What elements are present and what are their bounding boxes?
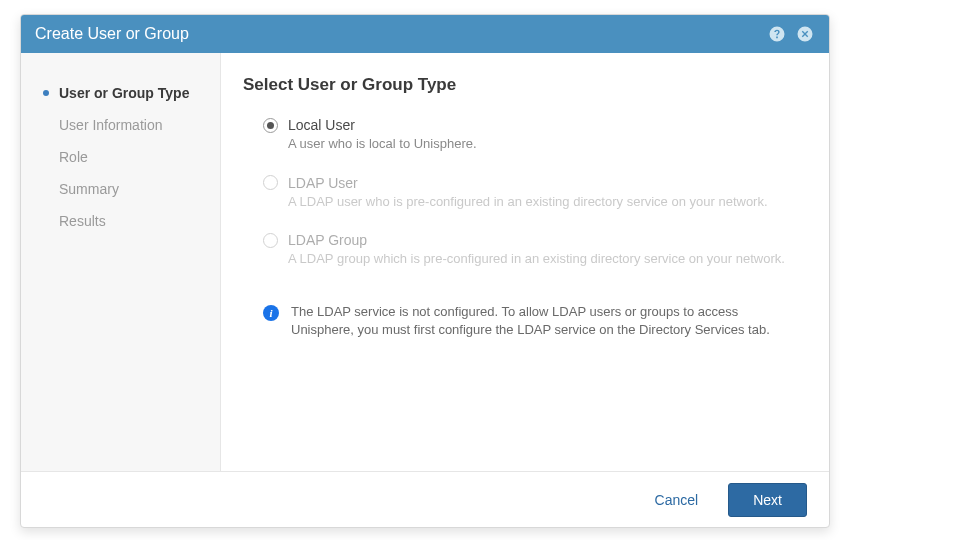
step-label: User or Group Type	[59, 85, 189, 101]
step-dot-icon	[43, 154, 49, 160]
step-dot-icon	[43, 186, 49, 192]
ldap-info-message: i The LDAP service is not configured. To…	[263, 303, 801, 339]
step-dot-icon	[43, 90, 49, 96]
option-label: LDAP Group	[288, 232, 367, 248]
radio-icon	[263, 233, 278, 248]
option-description: A LDAP user who is pre-configured in an …	[288, 193, 788, 211]
step-dot-icon	[43, 122, 49, 128]
create-user-dialog: Create User or Group User or Group Type …	[20, 14, 830, 528]
step-dot-icon	[43, 218, 49, 224]
option-label: LDAP User	[288, 175, 358, 191]
option-local-user[interactable]: Local User A user who is local to Unisph…	[263, 117, 801, 153]
info-icon: i	[263, 305, 279, 321]
dialog-header: Create User or Group	[21, 15, 829, 53]
step-role[interactable]: Role	[21, 141, 220, 173]
step-label: Results	[59, 213, 106, 229]
help-icon[interactable]	[767, 24, 787, 44]
step-user-information[interactable]: User Information	[21, 109, 220, 141]
step-summary[interactable]: Summary	[21, 173, 220, 205]
wizard-steps: User or Group Type User Information Role…	[21, 53, 221, 471]
cancel-button[interactable]: Cancel	[641, 484, 713, 516]
radio-icon[interactable]	[263, 118, 278, 133]
radio-icon	[263, 175, 278, 190]
option-description: A user who is local to Unisphere.	[288, 135, 788, 153]
option-ldap-group: LDAP Group A LDAP group which is pre-con…	[263, 232, 801, 268]
dialog-title: Create User or Group	[35, 25, 759, 43]
content-title: Select User or Group Type	[243, 75, 801, 95]
step-user-or-group-type[interactable]: User or Group Type	[21, 77, 220, 109]
close-icon[interactable]	[795, 24, 815, 44]
option-ldap-user: LDAP User A LDAP user who is pre-configu…	[263, 175, 801, 211]
next-button[interactable]: Next	[728, 483, 807, 517]
dialog-footer: Cancel Next	[21, 471, 829, 527]
step-label: User Information	[59, 117, 162, 133]
step-results[interactable]: Results	[21, 205, 220, 237]
option-label: Local User	[288, 117, 355, 133]
step-label: Role	[59, 149, 88, 165]
info-text: The LDAP service is not configured. To a…	[291, 303, 771, 339]
dialog-body: User or Group Type User Information Role…	[21, 53, 829, 471]
wizard-content: Select User or Group Type Local User A u…	[221, 53, 829, 471]
option-description: A LDAP group which is pre-configured in …	[288, 250, 788, 268]
step-label: Summary	[59, 181, 119, 197]
